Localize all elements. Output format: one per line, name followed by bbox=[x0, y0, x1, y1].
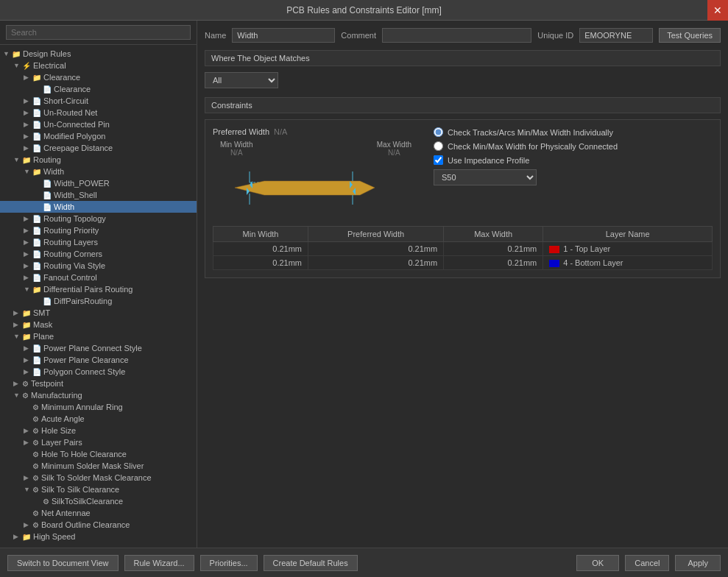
tree-item-plane[interactable]: ▼ 📁 Plane bbox=[0, 330, 197, 342]
name-label: Name bbox=[205, 31, 226, 40]
tree-item-clearance-group[interactable]: ▶ 📁 Clearance bbox=[0, 71, 197, 83]
where-matches-header: Where The Object Matches bbox=[205, 50, 721, 66]
tree-label: Routing Layers bbox=[43, 238, 194, 247]
radio-physically[interactable] bbox=[434, 141, 443, 151]
tree-item-un-connected-pin[interactable]: ▶ 📄 Un-Connected Pin bbox=[0, 118, 197, 130]
tree-label: Minimum Solder Mask Sliver bbox=[41, 461, 194, 470]
cancel-button[interactable]: Cancel bbox=[625, 555, 669, 571]
tree-item-routing-topology[interactable]: ▶ 📄 Routing Topology bbox=[0, 213, 197, 224]
tree-item-electrical[interactable]: ▼ ⚡ Electrical bbox=[0, 60, 197, 71]
width-visual-area: Preferred Width N/A Min Width N/A Max Wi… bbox=[213, 127, 419, 217]
apply-button[interactable]: Apply bbox=[675, 555, 721, 571]
tree-item-polygon-connect[interactable]: ▶ 📄 Polygon Connect Style bbox=[0, 366, 197, 378]
radio-row-1: Check Tracks/Arcs Min/Max Width Individu… bbox=[434, 127, 713, 137]
table-header-layer-name: Layer Name bbox=[543, 227, 713, 242]
name-field[interactable] bbox=[232, 28, 335, 43]
title-text: PCB Rules and Constraints Editor [mm] bbox=[286, 5, 442, 15]
switch-doc-button[interactable]: Switch to Document View bbox=[7, 555, 119, 571]
radio-individually[interactable] bbox=[434, 127, 443, 137]
tree-arrow: ▶ bbox=[24, 262, 32, 269]
tree-item-layer-pairs[interactable]: ▶ ⚙ Layer Pairs bbox=[0, 436, 197, 448]
tree-arrow: ▶ bbox=[24, 132, 32, 140]
tree-label: Silk To Silk Clearance bbox=[41, 485, 194, 494]
tree-item-smt[interactable]: ▶ 📁 SMT bbox=[0, 307, 197, 319]
tree-item-silk-to-silk-item[interactable]: ⚙ SilkToSilkClearance bbox=[0, 495, 197, 507]
main-layout: ▼ 📁 Design Rules ▼ ⚡ Electrical ▶ 📁 Clea… bbox=[0, 21, 728, 577]
tree-item-high-speed[interactable]: ▶ 📁 High Speed bbox=[0, 531, 197, 542]
impedance-checkbox[interactable] bbox=[434, 155, 443, 165]
tree-item-fanout-control[interactable]: ▶ 📄 Fanout Control bbox=[0, 272, 197, 283]
tree-item-silk-to-solder-mask[interactable]: ▶ ⚙ Silk To Solder Mask Clearance bbox=[0, 472, 197, 484]
tree-icon: ⚙ bbox=[32, 439, 39, 447]
tree-item-hole-size[interactable]: ▶ ⚙ Hole Size bbox=[0, 425, 197, 436]
tree-item-testpoint[interactable]: ▶ ⚙ Testpoint bbox=[0, 378, 197, 389]
tree-item-board-outline-clearance[interactable]: ▶ ⚙ Board Outline Clearance bbox=[0, 519, 197, 531]
tree-icon: 📄 bbox=[32, 121, 41, 129]
rule-wizard-button[interactable]: Rule Wizard... bbox=[124, 555, 194, 571]
tree-label: Clearance bbox=[54, 85, 194, 93]
profile-dropdown-row: S50 bbox=[434, 169, 713, 185]
right-panel: Name Comment Unique ID Test Queries Wher… bbox=[197, 21, 728, 548]
sidebar: ▼ 📁 Design Rules ▼ ⚡ Electrical ▶ 📁 Clea… bbox=[0, 21, 197, 548]
search-input[interactable] bbox=[6, 25, 191, 40]
create-rules-button[interactable]: Create Default Rules bbox=[264, 555, 358, 571]
tree-item-design-rules[interactable]: ▼ 📁 Design Rules bbox=[0, 48, 197, 60]
tree-icon: ⚙ bbox=[32, 474, 39, 482]
tree-item-creepage-distance[interactable]: ▶ 📄 Creepage Distance bbox=[0, 142, 197, 154]
tree-item-un-routed-net[interactable]: ▶ 📄 Un-Routed Net bbox=[0, 107, 197, 118]
title-bar: PCB Rules and Constraints Editor [mm] ✕ bbox=[0, 0, 728, 21]
tree-item-width-item[interactable]: 📄 Width bbox=[0, 201, 197, 213]
tree-item-width-group[interactable]: ▼ 📁 Width bbox=[0, 166, 197, 177]
constraints-section: Preferred Width N/A Min Width N/A Max Wi… bbox=[205, 119, 721, 278]
table-row: 0.21mm0.21mm0.21mm4 - Bottom Layer bbox=[213, 256, 713, 270]
tree-item-min-annular-ring[interactable]: ⚙ Minimum Annular Ring bbox=[0, 401, 197, 413]
tree-item-modified-polygon[interactable]: ▶ 📄 Modified Polygon bbox=[0, 130, 197, 142]
tree-item-silk-to-silk[interactable]: ▼ ⚙ Silk To Silk Clearance bbox=[0, 484, 197, 495]
tree-item-min-solder-mask-sliver[interactable]: ⚙ Minimum Solder Mask Sliver bbox=[0, 460, 197, 472]
ok-button[interactable]: OK bbox=[576, 555, 619, 571]
tree-item-diff-pairs-routing-item[interactable]: 📄 DiffPairsRouting bbox=[0, 295, 197, 307]
priorities-button[interactable]: Priorities... bbox=[200, 555, 258, 571]
tree-item-routing-via-style[interactable]: ▶ 📄 Routing Via Style bbox=[0, 260, 197, 272]
tree-item-power-plane-clearance[interactable]: ▶ 📄 Power Plane Clearance bbox=[0, 354, 197, 366]
tree-label: Layer Pairs bbox=[41, 438, 194, 447]
tree-icon: ⚙ bbox=[43, 498, 49, 506]
tree-item-routing-layers[interactable]: ▶ 📄 Routing Layers bbox=[0, 236, 197, 248]
tree-icon: ⚙ bbox=[32, 427, 39, 435]
tree-item-clearance-item[interactable]: 📄 Clearance bbox=[0, 83, 197, 95]
tree-item-routing-corners[interactable]: ▶ 📄 Routing Corners bbox=[0, 248, 197, 260]
tree-icon: 📄 bbox=[32, 109, 41, 117]
tree-item-short-circuit[interactable]: ▶ 📄 Short-Circuit bbox=[0, 95, 197, 107]
tree-arrow: ▶ bbox=[24, 274, 32, 281]
tree-icon: ⚙ bbox=[32, 415, 39, 423]
close-button[interactable]: ✕ bbox=[707, 0, 728, 21]
tree-icon: 📄 bbox=[32, 344, 41, 353]
tree-label: Manufacturing bbox=[31, 391, 194, 400]
uid-label: Unique ID bbox=[537, 31, 573, 40]
where-dropdown[interactable]: All bbox=[205, 72, 278, 88]
tree-item-width-shell[interactable]: 📄 Width_Shell bbox=[0, 189, 197, 201]
tree-item-width-power[interactable]: 📄 Width_POWER bbox=[0, 177, 197, 189]
tree-item-routing-priority[interactable]: ▶ 📄 Routing Priority bbox=[0, 224, 197, 236]
tree-icon: 📁 bbox=[12, 50, 21, 58]
tree-arrow: ▶ bbox=[24, 238, 32, 246]
tree-label: Width bbox=[43, 167, 194, 176]
profile-dropdown[interactable]: S50 bbox=[434, 169, 537, 185]
tree-label: Power Plane Connect Style bbox=[43, 344, 194, 353]
tree-item-power-plane-connect[interactable]: ▶ 📄 Power Plane Connect Style bbox=[0, 342, 197, 354]
tree-item-diff-pairs-routing[interactable]: ▼ 📁 Differential Pairs Routing bbox=[0, 283, 197, 295]
tree-item-hole-to-hole[interactable]: ⚙ Hole To Hole Clearance bbox=[0, 448, 197, 460]
tree-container[interactable]: ▼ 📁 Design Rules ▼ ⚡ Electrical ▶ 📁 Clea… bbox=[0, 45, 197, 548]
comment-field[interactable] bbox=[382, 28, 531, 43]
tree-item-manufacturing[interactable]: ▼ ⚙ Manufacturing bbox=[0, 389, 197, 401]
tree-icon: ⚙ bbox=[32, 521, 39, 529]
tree-label: Routing Priority bbox=[43, 226, 194, 235]
tree-item-routing[interactable]: ▼ 📁 Routing bbox=[0, 154, 197, 166]
tree-item-net-antennae[interactable]: ⚙ Net Antennae bbox=[0, 507, 197, 519]
uid-field[interactable] bbox=[579, 28, 653, 43]
tree-item-mask[interactable]: ▶ 📁 Mask bbox=[0, 319, 197, 330]
test-queries-button[interactable]: Test Queries bbox=[659, 28, 721, 43]
tree-item-acute-angle[interactable]: ⚙ Acute Angle bbox=[0, 413, 197, 425]
tree-arrow: ▶ bbox=[24, 250, 32, 258]
min-width-label: Min Width bbox=[220, 141, 252, 149]
